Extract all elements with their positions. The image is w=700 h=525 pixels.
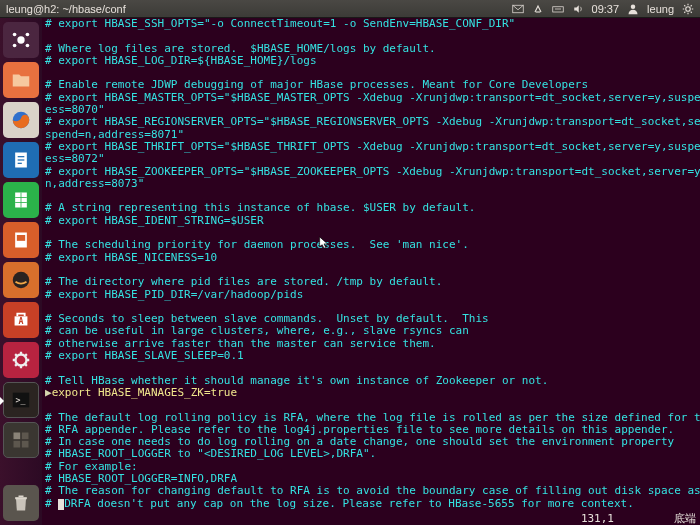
svg-point-21 [13, 272, 30, 289]
editor-line: # export HBASE_SLAVE_SLEEP=0.1 [45, 350, 700, 362]
editor-line: # Enable remote JDWP debugging of major … [45, 79, 700, 91]
svg-rect-31 [15, 497, 27, 499]
svg-rect-29 [14, 441, 21, 448]
editor-line: # export HBASE_MASTER_OPTS="$HBASE_MASTE… [45, 92, 700, 104]
network-icon[interactable] [532, 3, 544, 15]
editor-line [45, 30, 700, 42]
editor-line: # The directory where pid files are stor… [45, 276, 700, 288]
system-tray: 09:37 leung [512, 3, 700, 15]
launcher-settings[interactable] [3, 342, 39, 378]
mail-icon[interactable] [512, 3, 524, 15]
scroll-indicator: 底端 [674, 511, 696, 526]
volume-icon[interactable] [572, 3, 584, 15]
launcher-calc[interactable] [3, 182, 39, 218]
gear-icon[interactable] [682, 3, 694, 15]
user-label[interactable]: leung [647, 3, 674, 15]
launcher-writer[interactable] [3, 142, 39, 178]
svg-point-5 [17, 36, 24, 43]
svg-rect-32 [19, 496, 24, 498]
editor-line: # DRFA doesn't put any cap on the log si… [45, 498, 700, 510]
clock[interactable]: 09:37 [592, 3, 620, 15]
user-icon[interactable] [627, 3, 639, 15]
editor-line: # export HBASE_SSH_OPTS="-o ConnectTimeo… [45, 18, 700, 30]
editor-line: # export HBASE_THRIFT_OPTS="$HBASE_THRIF… [45, 141, 700, 153]
editor-line: # The reason for changing default to RFA… [45, 485, 700, 497]
editor-line: # The scheduling priority for daemon pro… [45, 239, 700, 251]
svg-point-6 [13, 33, 17, 37]
editor-line: # export HBASE_ZOOKEEPER_OPTS="$HBASE_ZO… [45, 166, 700, 178]
editor-line: ▶export HBASE_MANAGES_ZK=true [45, 387, 700, 399]
editor-line: # export HBASE_IDENT_STRING=$USER [45, 215, 700, 227]
svg-text:>_: >_ [16, 395, 26, 405]
svg-point-3 [631, 4, 636, 9]
cursor-position: 131,1 [581, 512, 614, 525]
editor-line: # The default log rolling policy is RFA,… [45, 412, 700, 424]
launcher-terminal[interactable]: >_ [3, 382, 39, 418]
editor-line: # HBASE_ROOT_LOGGER to "<DESIRED_LOG LEV… [45, 448, 700, 460]
launcher-files[interactable] [3, 62, 39, 98]
vim-editor[interactable]: # export HBASE_SSH_OPTS="-o ConnectTimeo… [42, 18, 700, 525]
svg-rect-27 [14, 433, 21, 440]
svg-rect-20 [17, 235, 25, 241]
editor-line: n,address=8073" [45, 178, 700, 190]
vim-status-line: 131,1 底端 [42, 511, 700, 525]
launcher-workspaces[interactable] [3, 422, 39, 458]
svg-point-8 [13, 44, 17, 48]
editor-line [45, 399, 700, 411]
launcher-trash[interactable] [3, 485, 39, 521]
editor-line: ess=8072" [45, 153, 700, 165]
launcher-dash[interactable] [3, 22, 39, 58]
editor-line: # A string representing this instance of… [45, 202, 700, 214]
editor-line: # export HBASE_NICENESS=10 [45, 252, 700, 264]
editor-line: # export HBASE_LOG_DIR=${HBASE_HOME}/log… [45, 55, 700, 67]
launcher-amazon[interactable] [3, 262, 39, 298]
svg-point-24 [16, 355, 27, 366]
launcher-impress[interactable] [3, 222, 39, 258]
svg-point-4 [686, 6, 691, 11]
svg-point-9 [26, 44, 30, 48]
editor-line [45, 362, 700, 374]
editor-line: # export HBASE_REGIONSERVER_OPTS="$HBASE… [45, 116, 700, 128]
keyboard-icon[interactable] [552, 3, 564, 15]
svg-text:A: A [19, 316, 24, 326]
launcher-firefox[interactable] [3, 102, 39, 138]
svg-rect-30 [22, 441, 29, 448]
svg-point-7 [26, 33, 30, 37]
launcher-software[interactable]: A [3, 302, 39, 338]
editor-line: # export HBASE_PID_DIR=/var/hadoop/pids [45, 289, 700, 301]
svg-rect-28 [22, 433, 29, 440]
window-title: leung@h2: ~/hbase/conf [0, 3, 126, 15]
unity-launcher: A >_ [0, 18, 42, 525]
editor-line: # can be useful in large clusters, where… [45, 325, 700, 337]
top-panel: leung@h2: ~/hbase/conf 09:37 leung [0, 0, 700, 18]
